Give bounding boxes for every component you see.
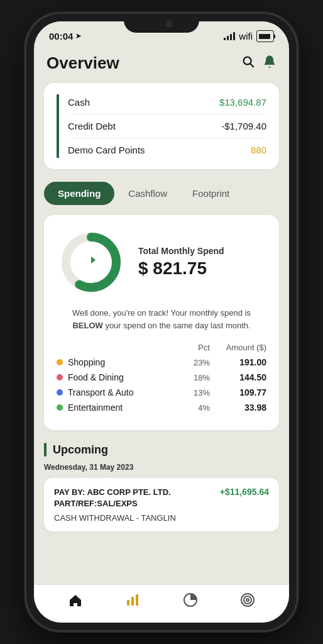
credit-value: -$1,709.40 [221, 121, 266, 131]
tab-footprint[interactable]: Footprint [181, 182, 241, 205]
spending-message: Well done, you're on track! Your monthly… [57, 307, 266, 331]
category-table: Pct Amount ($) Shopping 23% 191.00 Food … [57, 343, 266, 413]
nav-pie[interactable] [183, 592, 198, 608]
category-row-transport: Transport & Auto 13% 109.77 [57, 387, 266, 397]
upcoming-sub: CASH WITHDRAWAL - TANGLIN [54, 513, 269, 523]
cash-value: $13,694.87 [219, 97, 266, 108]
upcoming-header: Upcoming [44, 443, 279, 457]
donut-arrow-icon [82, 252, 100, 274]
shopping-pct: 23% [172, 358, 210, 367]
entertainment-dot [57, 404, 63, 411]
summary-card: Cash $13,694.87 Credit Debt -$1,709.40 D… [44, 83, 279, 169]
phone-frame: 00:04 ➤ wifi Overview [26, 14, 297, 630]
page-title: Overview [47, 53, 119, 73]
points-label: Demo Card Points [68, 145, 145, 155]
upcoming-amount: +$11,695.64 [220, 487, 269, 497]
nav-target[interactable] [240, 592, 255, 608]
upcoming-section: Upcoming Wednesday, 31 May 2023 PAY BY: … [44, 443, 279, 531]
bell-icon[interactable] [263, 55, 276, 72]
signal-icon [224, 32, 235, 40]
upcoming-item-row: PAY BY: ABC CORP PTE. LTD.PART/REF:SAL/E… [54, 487, 269, 509]
entertainment-pct: 4% [172, 403, 210, 413]
phone-screen: 00:04 ➤ wifi Overview [34, 21, 289, 623]
time-display: 00:04 [49, 31, 73, 42]
svg-rect-6 [136, 594, 138, 606]
upcoming-title: Upcoming [53, 443, 108, 457]
tab-spending[interactable]: Spending [44, 182, 114, 205]
food-amount: 144.50 [210, 372, 266, 382]
svg-rect-4 [127, 600, 129, 606]
points-value: 880 [251, 145, 266, 155]
category-row-shopping: Shopping 23% 191.00 [57, 357, 266, 367]
shopping-name: Shopping [68, 357, 172, 367]
transport-pct: 13% [172, 388, 210, 397]
upcoming-card: PAY BY: ABC CORP PTE. LTD.PART/REF:SAL/E… [44, 478, 279, 531]
nav-home[interactable] [68, 592, 83, 608]
upcoming-desc: PAY BY: ABC CORP PTE. LTD.PART/REF:SAL/E… [54, 487, 171, 509]
page-header: Overview [44, 46, 279, 83]
upcoming-date: Wednesday, 31 May 2023 [44, 463, 279, 472]
entertainment-name: Entertainment [68, 402, 172, 413]
amount-header: Amount ($) [210, 343, 266, 352]
status-time: 00:04 ➤ [49, 31, 81, 42]
pct-header: Pct [172, 343, 210, 352]
search-icon[interactable] [241, 55, 255, 72]
food-dot [57, 374, 63, 380]
category-row-entertainment: Entertainment 4% 33.98 [57, 402, 266, 413]
location-icon: ➤ [75, 32, 81, 40]
nav-analytics[interactable] [125, 592, 140, 608]
status-icons: wifi [224, 30, 274, 42]
spending-card: Total Monthly Spend $ 821.75 Well done, … [44, 215, 279, 430]
entertainment-amount: 33.98 [210, 402, 266, 413]
notch [124, 14, 199, 33]
category-row-food: Food & Dining 18% 144.50 [57, 372, 266, 382]
spending-amount: $ 821.75 [138, 258, 224, 279]
transport-dot [57, 389, 63, 396]
shopping-amount: 191.00 [210, 357, 266, 367]
camera-dot [165, 20, 173, 28]
upcoming-bar-decoration [44, 443, 47, 457]
svg-point-10 [246, 599, 249, 601]
food-pct: 18% [172, 373, 210, 382]
header-actions [241, 55, 276, 72]
svg-rect-5 [131, 597, 134, 606]
food-name: Food & Dining [68, 372, 172, 382]
bottom-nav [34, 584, 289, 623]
battery-icon [256, 30, 274, 42]
transport-amount: 109.77 [210, 387, 266, 397]
wifi-icon: wifi [239, 31, 253, 42]
svg-line-1 [250, 64, 253, 67]
spending-chart-label: Total Monthly Spend [138, 246, 224, 256]
spending-top: Total Monthly Spend $ 821.75 [57, 228, 266, 297]
category-header: Pct Amount ($) [57, 343, 266, 352]
shopping-dot [57, 359, 63, 365]
spending-info: Total Monthly Spend $ 821.75 [138, 246, 224, 279]
donut-chart [57, 228, 126, 297]
cash-label: Cash [68, 97, 90, 108]
main-scroll[interactable]: Overview [34, 46, 289, 584]
svg-point-9 [244, 596, 251, 604]
tab-bar: Spending Cashflow Footprint [44, 182, 279, 205]
transport-name: Transport & Auto [68, 387, 172, 397]
credit-label: Credit Debt [68, 121, 116, 131]
tab-cashflow[interactable]: Cashflow [117, 182, 178, 205]
